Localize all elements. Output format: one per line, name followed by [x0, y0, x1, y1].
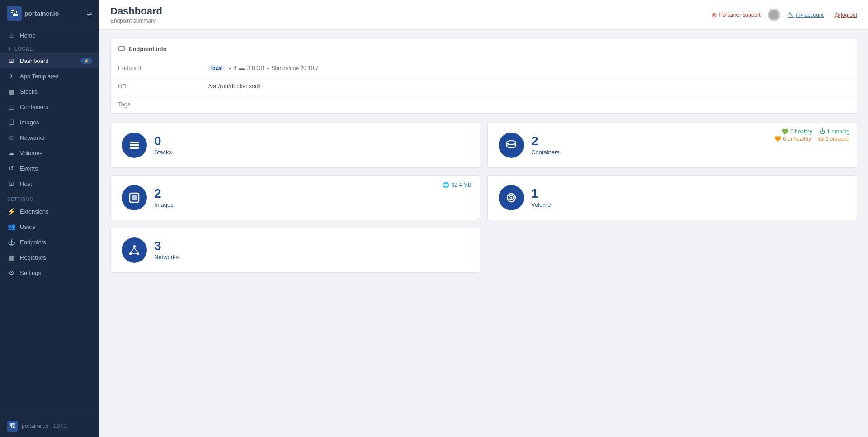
sidebar-item-events-label: Events: [20, 165, 38, 172]
sidebar-item-app-templates-label: App Templates: [20, 73, 59, 80]
page-title: Dashboard: [110, 5, 162, 17]
stats-right: 2 Containers 💚 0 healthy ⏻ 1 running: [487, 123, 857, 273]
sidebar-item-extensions[interactable]: ⚡ Extensions: [0, 204, 99, 219]
topbar-left: Dashboard Endpoint summary: [110, 5, 162, 24]
sidebar-footer-logo-text: portainer.io: [22, 423, 48, 429]
containers-stat-card[interactable]: 2 Containers 💚 0 healthy ⏻ 1 running: [487, 123, 857, 168]
topbar-account-links: 🔧 my account | ⏻ log out: [788, 12, 857, 18]
networks-stat-card[interactable]: 3 Networks: [110, 228, 480, 273]
portainer-support-link[interactable]: ⊗ Portainer support: [712, 11, 760, 19]
stacks-stat-card[interactable]: 0 Stacks: [110, 123, 480, 168]
endpoint-val: local ▪ 4 ▬ 3.8 GB - Standalone 20.10.7: [201, 59, 857, 77]
endpoint-info-body: Endpoint local ▪ 4 ▬ 3.8 GB - S: [111, 59, 857, 113]
containers-icon: ▤: [7, 103, 15, 110]
containers-meta: 💚 0 healthy ⏻ 1 running 🧡 0 unhe: [774, 128, 849, 142]
sidebar: 🏗 portainer.io ⇄ ⌂ Home ⬇ LOCAL ⊞ Dashbo…: [0, 0, 99, 437]
url-row: URL /var/run/docker.sock: [111, 77, 857, 95]
portainer-logo-name: portainer.io: [24, 10, 59, 17]
sidebar-item-host[interactable]: ⊞ Host: [0, 176, 99, 191]
dashboard-icon: ⊞: [7, 57, 15, 64]
svg-rect-8: [132, 195, 137, 200]
svg-point-21: [510, 197, 512, 199]
sidebar-item-containers[interactable]: ▤ Containers: [0, 99, 99, 114]
networks-label: Networks: [154, 254, 469, 261]
running-icon: ⏻: [820, 128, 825, 135]
endpoint-key: Endpoint: [111, 59, 201, 77]
logout-link[interactable]: ⏻ log out: [834, 12, 857, 18]
healthy-heart-icon: 💚: [782, 128, 788, 135]
images-icon-circle: [122, 185, 147, 210]
stats-row: 0 Stacks 2 Images: [110, 123, 857, 273]
home-icon: ⌂: [7, 32, 15, 39]
settings-section-label: SETTINGS: [0, 191, 99, 204]
sidebar-item-registries[interactable]: ▦ Registries: [0, 250, 99, 265]
content-area: Endpoint info Endpoint local ▪ 4 ▬: [99, 30, 868, 437]
svg-point-9: [133, 245, 136, 248]
images-label: Images: [154, 201, 469, 208]
sidebar-item-users[interactable]: 👥 Users: [0, 219, 99, 234]
sidebar-item-stacks[interactable]: ▦ Stacks: [0, 84, 99, 99]
sidebar-item-volumes[interactable]: ☁ Volumes: [0, 145, 99, 161]
account-icon: 🔧: [788, 12, 794, 18]
sidebar-item-endpoints[interactable]: ⚓ Endpoints: [0, 234, 99, 250]
portainer-logo-icon: 🏗: [7, 6, 22, 21]
my-account-link[interactable]: 🔧 my account: [788, 12, 823, 18]
endpoint-name-badge: local: [208, 65, 225, 71]
sidebar-item-app-templates[interactable]: ✈ App Templates: [0, 68, 99, 84]
sidebar-footer-logo-icon: 🏗: [7, 421, 18, 432]
stacks-label: Stacks: [154, 149, 469, 156]
volumes-stat-card[interactable]: 1 Volume: [487, 175, 857, 220]
images-stat-card[interactable]: 2 Images 🌐 62.4 MB: [110, 175, 480, 220]
sidebar-item-stacks-label: Stacks: [20, 88, 38, 95]
sidebar-item-images[interactable]: ❑ Images: [0, 114, 99, 130]
sidebar-item-extensions-label: Extensions: [20, 208, 49, 215]
sidebar-item-dashboard[interactable]: ⊞ Dashboard ⚡: [0, 53, 99, 68]
sidebar-item-volumes-label: Volumes: [20, 150, 42, 157]
stopped-icon: ⏻: [818, 136, 824, 142]
networks-icon: ⎋: [7, 134, 15, 141]
networks-icon-circle: [122, 238, 147, 263]
endpoint-info-header: Endpoint info: [111, 39, 857, 59]
ram-icon: ▬: [239, 65, 245, 71]
endpoint-label: LOCAL: [14, 46, 33, 52]
stacks-icon-circle: [122, 133, 147, 158]
support-label: Portainer support: [719, 12, 760, 18]
dashboard-badge: ⚡: [80, 58, 92, 64]
images-size: 62.4 MB: [451, 182, 472, 188]
tags-val: [201, 95, 857, 114]
images-size-meta: 🌐 62.4 MB: [443, 182, 472, 188]
sidebar-footer: 🏗 portainer.io 1.24.2: [0, 415, 99, 437]
sidebar-item-registries-label: Registries: [20, 254, 46, 261]
containers-icon-circle: [499, 133, 524, 158]
sidebar-toggle-icon[interactable]: ⇄: [87, 10, 92, 17]
networks-stat-content: 3 Networks: [154, 240, 469, 261]
stats-left: 0 Stacks 2 Images: [110, 123, 480, 273]
stacks-count: 0: [154, 135, 469, 147]
svg-rect-6: [130, 147, 139, 149]
containers-healthy: 💚 0 healthy: [782, 128, 812, 135]
svg-line-12: [131, 248, 134, 252]
avatar: [768, 9, 780, 21]
containers-running: ⏻ 1 running: [820, 128, 849, 135]
events-icon: ↺: [7, 165, 15, 172]
endpoint-down-icon: ⬇: [7, 46, 12, 52]
sidebar-item-settings[interactable]: ⚙ Settings: [0, 265, 99, 280]
topbar: Dashboard Endpoint summary ⊗ Portainer s…: [99, 0, 868, 30]
topbar-separator: |: [828, 12, 830, 18]
tags-row: Tags: [111, 95, 857, 114]
url-val: /var/run/docker.sock: [201, 77, 857, 95]
sidebar-item-home[interactable]: ⌂ Home: [0, 28, 99, 43]
cloud-icon: 🌐: [443, 182, 449, 188]
sidebar-item-events[interactable]: ↺ Events: [0, 161, 99, 176]
svg-line-13: [134, 248, 138, 252]
endpoint-type: Standalone 20.10.7: [271, 65, 318, 71]
page-subtitle: Endpoint summary: [110, 18, 162, 24]
extensions-icon: ⚡: [7, 208, 15, 215]
svg-rect-3: [119, 47, 124, 50]
separator: -: [267, 65, 269, 71]
sidebar-item-networks[interactable]: ⎋ Networks: [0, 130, 99, 145]
svg-rect-1: [769, 10, 778, 19]
tags-key: Tags: [111, 95, 201, 114]
volumes-icon-circle: [499, 185, 524, 210]
app-templates-icon: ✈: [7, 72, 15, 80]
